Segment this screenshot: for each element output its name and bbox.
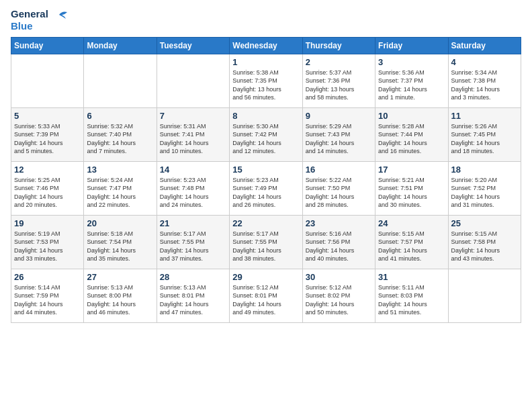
calendar-cell: 21Sunrise: 5:17 AM Sunset: 7:55 PM Dayli… [157, 216, 229, 269]
day-number: 24 [378, 218, 445, 228]
day-number: 28 [160, 272, 226, 282]
day-info: Sunrise: 5:22 AM Sunset: 7:50 PM Dayligh… [306, 176, 372, 209]
calendar-cell: 29Sunrise: 5:12 AM Sunset: 8:01 PM Dayli… [230, 269, 302, 323]
day-info: Sunrise: 5:12 AM Sunset: 8:02 PM Dayligh… [306, 283, 372, 316]
day-info: Sunrise: 5:37 AM Sunset: 7:36 PM Dayligh… [306, 68, 372, 101]
calendar-week-row: 5Sunrise: 5:33 AM Sunset: 7:39 PM Daylig… [11, 108, 521, 162]
day-info: Sunrise: 5:13 AM Sunset: 8:01 PM Dayligh… [160, 283, 226, 316]
day-number: 9 [306, 111, 372, 121]
calendar-cell: 13Sunrise: 5:24 AM Sunset: 7:47 PM Dayli… [84, 162, 157, 216]
calendar-cell: 26Sunrise: 5:14 AM Sunset: 7:59 PM Dayli… [11, 269, 84, 323]
calendar-cell: 19Sunrise: 5:19 AM Sunset: 7:53 PM Dayli… [11, 216, 84, 269]
day-number: 11 [451, 111, 518, 121]
day-number: 1 [232, 57, 299, 67]
calendar-cell: 1Sunrise: 5:38 AM Sunset: 7:35 PM Daylig… [230, 54, 302, 108]
day-info: Sunrise: 5:23 AM Sunset: 7:49 PM Dayligh… [232, 176, 299, 209]
calendar-cell: 2Sunrise: 5:37 AM Sunset: 7:36 PM Daylig… [302, 54, 375, 108]
day-info: Sunrise: 5:29 AM Sunset: 7:43 PM Dayligh… [306, 122, 372, 155]
weekday-header-tuesday: Tuesday [157, 38, 229, 54]
calendar-cell: 20Sunrise: 5:18 AM Sunset: 7:54 PM Dayli… [84, 216, 157, 269]
day-info: Sunrise: 5:26 AM Sunset: 7:45 PM Dayligh… [451, 122, 518, 155]
day-info: Sunrise: 5:30 AM Sunset: 7:42 PM Dayligh… [232, 122, 299, 155]
calendar-header-row: SundayMondayTuesdayWednesdayThursdayFrid… [11, 38, 521, 54]
weekday-header-wednesday: Wednesday [230, 38, 302, 54]
day-number: 18 [451, 165, 518, 175]
day-number: 13 [87, 165, 153, 175]
day-number: 27 [87, 272, 153, 282]
page-container: General Blue SundayMondayTuesdayWednesda… [0, 0, 532, 328]
day-info: Sunrise: 5:19 AM Sunset: 7:53 PM Dayligh… [14, 230, 81, 263]
day-info: Sunrise: 5:38 AM Sunset: 7:35 PM Dayligh… [232, 68, 299, 101]
logo: General Blue [11, 8, 67, 32]
day-number: 4 [451, 57, 518, 67]
day-info: Sunrise: 5:31 AM Sunset: 7:41 PM Dayligh… [160, 122, 226, 155]
day-number: 20 [87, 218, 153, 228]
day-number: 2 [306, 57, 372, 67]
calendar-table: SundayMondayTuesdayWednesdayThursdayFrid… [11, 37, 521, 323]
day-number: 12 [14, 165, 81, 175]
calendar-cell: 3Sunrise: 5:36 AM Sunset: 7:37 PM Daylig… [375, 54, 448, 108]
day-info: Sunrise: 5:14 AM Sunset: 7:59 PM Dayligh… [14, 283, 81, 316]
calendar-week-row: 1Sunrise: 5:38 AM Sunset: 7:35 PM Daylig… [11, 54, 521, 108]
day-number: 25 [451, 218, 518, 228]
day-info: Sunrise: 5:16 AM Sunset: 7:56 PM Dayligh… [306, 230, 372, 263]
calendar-cell [448, 269, 521, 323]
day-info: Sunrise: 5:15 AM Sunset: 7:57 PM Dayligh… [378, 230, 445, 263]
day-number: 19 [14, 218, 81, 228]
day-info: Sunrise: 5:32 AM Sunset: 7:40 PM Dayligh… [87, 122, 153, 155]
calendar-cell: 25Sunrise: 5:15 AM Sunset: 7:58 PM Dayli… [448, 216, 521, 269]
day-info: Sunrise: 5:13 AM Sunset: 8:00 PM Dayligh… [87, 283, 153, 316]
calendar-cell: 17Sunrise: 5:21 AM Sunset: 7:51 PM Dayli… [375, 162, 448, 216]
calendar-cell: 8Sunrise: 5:30 AM Sunset: 7:42 PM Daylig… [230, 108, 302, 162]
day-info: Sunrise: 5:24 AM Sunset: 7:47 PM Dayligh… [87, 176, 153, 209]
calendar-cell: 22Sunrise: 5:17 AM Sunset: 7:55 PM Dayli… [230, 216, 302, 269]
calendar-cell: 27Sunrise: 5:13 AM Sunset: 8:00 PM Dayli… [84, 269, 157, 323]
day-info: Sunrise: 5:25 AM Sunset: 7:46 PM Dayligh… [14, 176, 81, 209]
header: General Blue [11, 8, 521, 32]
day-info: Sunrise: 5:18 AM Sunset: 7:54 PM Dayligh… [87, 230, 153, 263]
calendar-cell: 7Sunrise: 5:31 AM Sunset: 7:41 PM Daylig… [157, 108, 229, 162]
day-number: 29 [232, 272, 299, 282]
day-info: Sunrise: 5:21 AM Sunset: 7:51 PM Dayligh… [378, 176, 445, 209]
day-info: Sunrise: 5:17 AM Sunset: 7:55 PM Dayligh… [232, 230, 299, 263]
calendar-cell [11, 54, 84, 108]
weekday-header-monday: Monday [84, 38, 157, 54]
calendar-cell: 23Sunrise: 5:16 AM Sunset: 7:56 PM Dayli… [302, 216, 375, 269]
day-number: 3 [378, 57, 445, 67]
calendar-cell: 5Sunrise: 5:33 AM Sunset: 7:39 PM Daylig… [11, 108, 84, 162]
day-info: Sunrise: 5:15 AM Sunset: 7:58 PM Dayligh… [451, 230, 518, 263]
day-number: 10 [378, 111, 445, 121]
day-number: 7 [160, 111, 226, 121]
calendar-week-row: 26Sunrise: 5:14 AM Sunset: 7:59 PM Dayli… [11, 269, 521, 323]
day-info: Sunrise: 5:23 AM Sunset: 7:48 PM Dayligh… [160, 176, 226, 209]
weekday-header-sunday: Sunday [11, 38, 84, 54]
day-info: Sunrise: 5:33 AM Sunset: 7:39 PM Dayligh… [14, 122, 81, 155]
day-number: 17 [378, 165, 445, 175]
day-number: 8 [232, 111, 299, 121]
day-number: 31 [378, 272, 445, 282]
calendar-cell [157, 54, 229, 108]
calendar-cell: 30Sunrise: 5:12 AM Sunset: 8:02 PM Dayli… [302, 269, 375, 323]
weekday-header-thursday: Thursday [302, 38, 375, 54]
calendar-week-row: 19Sunrise: 5:19 AM Sunset: 7:53 PM Dayli… [11, 216, 521, 269]
calendar-cell: 16Sunrise: 5:22 AM Sunset: 7:50 PM Dayli… [302, 162, 375, 216]
day-number: 15 [232, 165, 299, 175]
day-number: 21 [160, 218, 226, 228]
logo-bird-icon [52, 9, 67, 20]
day-info: Sunrise: 5:17 AM Sunset: 7:55 PM Dayligh… [160, 230, 226, 263]
weekday-header-friday: Friday [375, 38, 448, 54]
calendar-cell [84, 54, 157, 108]
day-number: 22 [232, 218, 299, 228]
calendar-cell: 14Sunrise: 5:23 AM Sunset: 7:48 PM Dayli… [157, 162, 229, 216]
calendar-cell: 31Sunrise: 5:11 AM Sunset: 8:03 PM Dayli… [375, 269, 448, 323]
calendar-cell: 6Sunrise: 5:32 AM Sunset: 7:40 PM Daylig… [84, 108, 157, 162]
day-info: Sunrise: 5:20 AM Sunset: 7:52 PM Dayligh… [451, 176, 518, 209]
day-number: 5 [14, 111, 81, 121]
day-info: Sunrise: 5:34 AM Sunset: 7:38 PM Dayligh… [451, 68, 518, 101]
day-info: Sunrise: 5:28 AM Sunset: 7:44 PM Dayligh… [378, 122, 445, 155]
day-info: Sunrise: 5:12 AM Sunset: 8:01 PM Dayligh… [232, 283, 299, 316]
calendar-cell: 24Sunrise: 5:15 AM Sunset: 7:57 PM Dayli… [375, 216, 448, 269]
day-info: Sunrise: 5:36 AM Sunset: 7:37 PM Dayligh… [378, 68, 445, 101]
day-number: 14 [160, 165, 226, 175]
calendar-cell: 15Sunrise: 5:23 AM Sunset: 7:49 PM Dayli… [230, 162, 302, 216]
